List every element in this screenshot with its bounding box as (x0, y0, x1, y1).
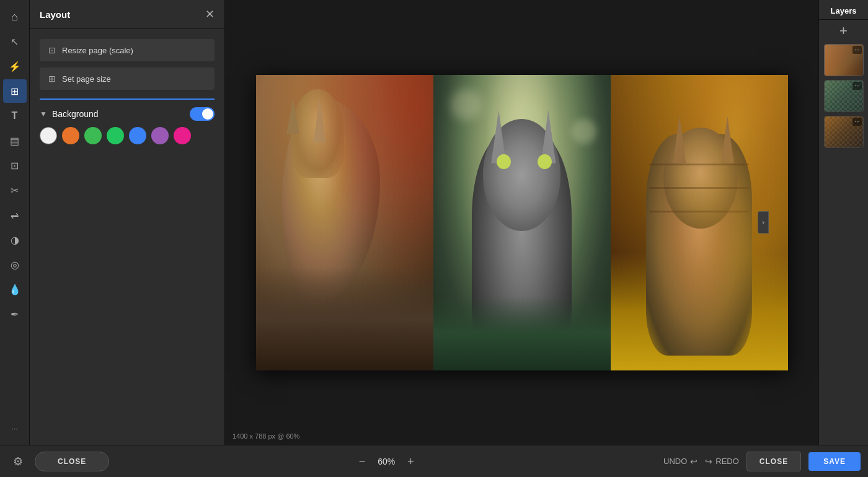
main-area: ⌂ ↖ ⚡ ⊞ T ▤ ⊡ ✂ ⇌ ◑ ◎ 💧 ✒ ··· Layout ✕ (0, 0, 868, 445)
scissors-tool[interactable]: ✂ (3, 178, 27, 202)
layer-2-menu-button[interactable]: ··· (852, 82, 861, 90)
layers-panel-header: Layers (819, 0, 868, 20)
cat-image-2 (433, 75, 611, 370)
redo-icon: ↪ (705, 457, 712, 466)
layout-panel-content: ⊡ Resize page (scale) ⊞ Set page size ▼ … (30, 29, 224, 154)
canvas-frame[interactable] (256, 75, 788, 370)
undo-icon: ↩ (690, 457, 698, 466)
layout-panel-title: Layout (40, 9, 70, 20)
bolt-tool[interactable]: ⚡ (3, 55, 27, 78)
set-size-icon: ⊞ (48, 74, 56, 84)
set-page-size-label: Set page size (62, 74, 111, 84)
select-tool[interactable]: ↖ (3, 30, 27, 53)
adjust-tool[interactable]: ⇌ (3, 203, 27, 227)
bottom-left: ⚙ CLOSE (7, 451, 109, 472)
left-toolbar: ⌂ ↖ ⚡ ⊞ T ▤ ⊡ ✂ ⇌ ◑ ◎ 💧 ✒ ··· (0, 0, 30, 445)
layout-panel-header: Layout ✕ (30, 0, 224, 29)
image-grid (256, 75, 788, 370)
background-header[interactable]: ▼ Background (40, 107, 215, 127)
color-swatch-orange[interactable] (62, 127, 79, 144)
undo-button[interactable]: UNDO ↩ (663, 457, 698, 466)
layer-item-2[interactable]: ··· (824, 80, 864, 112)
save-button[interactable]: SAVE (808, 452, 861, 471)
canvas-area: 1400 x 788 px @ 60% › (225, 0, 818, 445)
bottom-right: UNDO ↩ ↪ REDO CLOSE SAVE (663, 452, 861, 471)
zoom-out-button[interactable]: − (359, 456, 366, 467)
close-left-button[interactable]: CLOSE (35, 452, 109, 471)
redo-label: REDO (715, 457, 739, 466)
bottom-bar: ⚙ CLOSE − 60% + UNDO ↩ ↪ REDO CLOSE (0, 445, 868, 477)
color-swatch-green-dark[interactable] (84, 127, 102, 144)
settings-button[interactable]: ⚙ (7, 451, 29, 472)
bottom-center: − 60% + (359, 456, 414, 467)
color-swatch-white[interactable] (40, 127, 57, 144)
chevron-down-icon: ▼ (40, 110, 47, 118)
dropper-tool[interactable]: 💧 (3, 278, 27, 301)
resize-icon: ⊡ (48, 45, 56, 55)
redo-button[interactable]: ↪ REDO (705, 457, 739, 466)
layer-item-3[interactable]: ··· (824, 116, 864, 148)
resize-page-button[interactable]: ⊡ Resize page (scale) (40, 39, 215, 61)
add-layer-button[interactable]: + (835, 22, 852, 40)
layout-panel: Layout ✕ ⊡ Resize page (scale) ⊞ Set pag… (30, 0, 225, 445)
close-left-label: CLOSE (58, 457, 86, 466)
crop-tool[interactable]: ⊡ (3, 154, 27, 177)
background-toggle[interactable] (190, 107, 215, 121)
save-label: SAVE (823, 457, 846, 466)
layer-1-menu-button[interactable]: ··· (852, 46, 861, 54)
layer-3-menu-button[interactable]: ··· (852, 118, 861, 126)
pattern-tool[interactable]: ▤ (3, 129, 27, 152)
color-swatch-green[interactable] (107, 127, 124, 144)
layers-panel: Layers + ··· ··· ··· (818, 0, 868, 445)
close-right-label: CLOSE (760, 457, 788, 466)
color-swatch-blue[interactable] (129, 127, 146, 144)
background-header-left: ▼ Background (40, 109, 99, 119)
text-tool[interactable]: T (3, 104, 27, 128)
spiral-tool[interactable]: ◎ (3, 253, 27, 276)
canvas-status: 1400 x 788 px @ 60% (232, 432, 299, 440)
zoom-value: 60% (374, 457, 399, 466)
home-tool[interactable]: ⌂ (3, 5, 27, 28)
color-swatch-purple[interactable] (151, 127, 169, 144)
more-tools-button[interactable]: ··· (3, 416, 27, 440)
zoom-in-button[interactable]: + (407, 456, 414, 467)
pen-tool[interactable]: ✒ (3, 302, 27, 326)
cat-image-1 (256, 75, 433, 370)
resize-page-label: Resize page (scale) (62, 46, 133, 55)
grid-tool[interactable]: ⊞ (3, 79, 27, 103)
color-swatch-pink[interactable] (174, 127, 191, 144)
color-swatches (40, 127, 215, 144)
background-section: ▼ Background (40, 98, 215, 144)
circle-half-tool[interactable]: ◑ (3, 228, 27, 252)
undo-label: UNDO (663, 457, 687, 466)
layer-item-1[interactable]: ··· (824, 44, 864, 76)
close-right-button[interactable]: CLOSE (746, 452, 801, 471)
layers-collapse-button[interactable]: › (758, 211, 769, 234)
layout-panel-close-button[interactable]: ✕ (205, 9, 215, 20)
set-page-size-button[interactable]: ⊞ Set page size (40, 68, 215, 90)
background-label: Background (52, 109, 99, 119)
layers-title: Layers (831, 6, 857, 15)
